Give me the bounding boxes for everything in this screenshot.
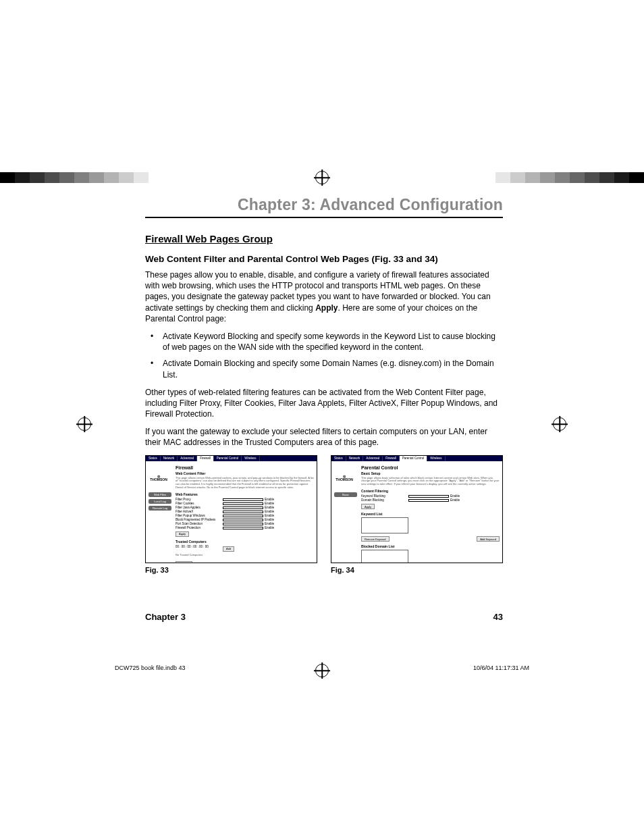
remove-button: Remove xyxy=(176,561,192,563)
fig-sidebar: ◎THOMSON Basic xyxy=(334,475,357,499)
swatch xyxy=(481,172,495,183)
swatch xyxy=(104,172,119,183)
thomson-logo: ◎THOMSON xyxy=(334,475,354,488)
slug-file: DCW725 book file.indb 43 xyxy=(115,664,186,671)
swatch xyxy=(570,172,585,183)
swatch xyxy=(89,172,104,183)
fig-sidebar: ◎THOMSON Web FilterLocal LogRemote Log xyxy=(149,475,171,513)
fig-subtitle: Web Content Filter xyxy=(176,471,314,475)
tab-bar: StatusNetworkAdvancedFirewallParental Co… xyxy=(146,456,317,461)
sidebar-button: Web Filter xyxy=(149,492,171,497)
tab: Status xyxy=(331,456,346,461)
tab: Wireless xyxy=(427,456,445,461)
swatch xyxy=(0,172,15,183)
feature-row: Filter Java AppletsEnable xyxy=(176,506,314,509)
tab: Firewall xyxy=(383,456,400,461)
figure-caption: Fig. 33 xyxy=(145,566,317,574)
sidebar-button: Remote Log xyxy=(149,506,171,511)
swatch xyxy=(510,172,525,183)
domain-listbox xyxy=(361,550,408,563)
screenshot-parental: StatusNetworkAdvancedFirewallParental Co… xyxy=(331,455,503,563)
swatch xyxy=(599,172,614,183)
swatch xyxy=(525,172,540,183)
feature-row: Firewall ProtectionEnable xyxy=(176,526,314,529)
print-registration-strip xyxy=(0,172,644,183)
swatch xyxy=(30,172,45,183)
list-item: Activate Domain Blocking and specify som… xyxy=(151,358,503,380)
feature-row: Filter ProxyEnable xyxy=(176,498,314,501)
figure-33: StatusNetworkAdvancedFirewallParental Co… xyxy=(145,455,317,574)
swatch xyxy=(119,172,134,183)
apply-button: Apply xyxy=(361,504,375,509)
section-heading: Firewall Web Pages Group xyxy=(145,233,503,244)
feature-row: Filter ActiveXEnable xyxy=(176,510,314,513)
page-content: Chapter 3: Advanced Configuration Firewa… xyxy=(145,196,503,622)
swatch xyxy=(45,172,59,183)
tab: Network xyxy=(346,456,364,461)
swatch xyxy=(15,172,30,183)
footer-page-number: 43 xyxy=(493,612,503,622)
swatch xyxy=(59,172,74,183)
swatch xyxy=(629,172,644,183)
fig-main: Firewall Web Content Filter This page al… xyxy=(176,464,314,563)
registration-mark-icon xyxy=(315,171,329,184)
add-keyword-button: Add Keyword xyxy=(477,536,500,542)
apply-button: Apply xyxy=(176,531,189,537)
swatch xyxy=(540,172,555,183)
tab: Firewall xyxy=(197,456,214,461)
footer-chapter: Chapter 3 xyxy=(145,612,186,622)
no-trusted: No Trusted Computers xyxy=(176,554,314,557)
swatch xyxy=(585,172,599,183)
swatch xyxy=(74,172,89,183)
swatch xyxy=(495,172,510,183)
fig-desc: This page allows basic selection of rule… xyxy=(361,477,500,486)
figure-caption: Fig. 34 xyxy=(331,566,503,574)
fig-subtitle: Basic Setup xyxy=(361,471,500,475)
figure-34: StatusNetworkAdvancedFirewallParental Co… xyxy=(331,455,503,574)
left-swatches xyxy=(0,172,163,183)
fig-desc: This page allows certain Web-oriented co… xyxy=(176,477,314,490)
feature-row: Filter Popup WindowsEnable xyxy=(176,514,314,517)
feature-row: Filter CookiesEnable xyxy=(176,502,314,505)
swatch xyxy=(614,172,629,183)
bullet-list: Activate Keyword Blocking and specify so… xyxy=(151,331,503,380)
slug-timestamp: 10/6/04 11:17:31 AM xyxy=(473,664,529,671)
page-footer: Chapter 3 43 xyxy=(145,612,503,622)
print-slug: DCW725 book file.indb 43 10/6/04 11:17:3… xyxy=(115,664,529,671)
tab: Parental Control xyxy=(400,456,428,461)
tab: Network xyxy=(161,456,178,461)
add-button: Add xyxy=(223,546,234,552)
swatch xyxy=(134,172,149,183)
sidebar-button: Basic xyxy=(334,492,357,497)
tab: Status xyxy=(146,456,161,461)
fig-title: Firewall xyxy=(176,465,314,470)
list-item: Activate Keyword Blocking and specify so… xyxy=(151,331,503,353)
apply-bold: Apply xyxy=(315,303,338,313)
keyword-listbox xyxy=(361,517,408,533)
tab: Wireless xyxy=(242,456,259,461)
tab: Advanced xyxy=(178,456,197,461)
tab: Parental Control xyxy=(214,456,242,461)
tab: Advanced xyxy=(363,456,383,461)
feature-row: Domain BlockingEnable xyxy=(361,498,500,502)
paragraph: These pages allow you to enable, disable… xyxy=(145,269,503,324)
sidebar-button: Local Log xyxy=(149,499,171,504)
feature-row: Port Scan DetectionEnable xyxy=(176,522,314,525)
feature-row: Keyword BlockingEnable xyxy=(361,494,500,498)
swatch xyxy=(149,172,163,183)
paragraph: If you want the gateway to exclude your … xyxy=(145,426,503,448)
paragraph: Other types of web-related filtering fea… xyxy=(145,387,503,420)
features-header: Web Features xyxy=(176,492,314,496)
dom-label: Blocked Domain List xyxy=(361,544,500,548)
right-swatches xyxy=(481,172,644,183)
subsection-heading: Web Content Filter and Parental Control … xyxy=(145,254,503,264)
content-header: Content Filtering xyxy=(361,489,500,493)
screenshot-firewall: StatusNetworkAdvancedFirewallParental Co… xyxy=(145,455,317,563)
tab-bar: StatusNetworkAdvancedFirewallParental Co… xyxy=(331,456,502,461)
fig-main: Parental Control Basic Setup This page a… xyxy=(361,464,500,563)
chapter-title: Chapter 3: Advanced Configuration xyxy=(145,196,503,218)
registration-mark-icon xyxy=(78,417,91,431)
thomson-logo: ◎THOMSON xyxy=(149,475,169,488)
swatch xyxy=(555,172,570,183)
kw-label: Keyword List xyxy=(361,512,500,516)
